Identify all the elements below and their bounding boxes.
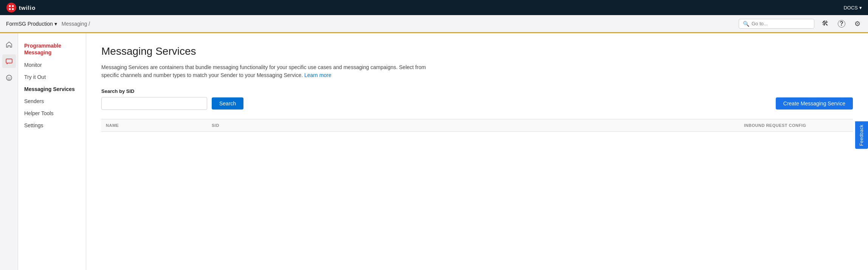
messaging-icon [5, 57, 13, 65]
page-description: Messaging Services are containers that b… [101, 63, 442, 79]
table-header: NAME SID INBOUND REQUEST CONFIG [101, 119, 853, 132]
sidebar-item-settings[interactable]: Settings [18, 119, 86, 131]
svg-point-4 [12, 8, 14, 10]
sidebar-icon-home[interactable] [2, 38, 16, 51]
top-nav: twilio DOCS ▾ [0, 0, 868, 15]
account-name: FormSG Production [6, 21, 53, 27]
table-header-sid: SID [207, 123, 739, 128]
settings-icon: ⚙ [854, 20, 860, 28]
global-search[interactable]: 🔍 [739, 19, 814, 29]
svg-point-6 [6, 75, 12, 80]
svg-point-1 [9, 5, 11, 7]
sidebar-section-title: Programmable Messaging [18, 39, 86, 59]
table-header-name: NAME [101, 123, 207, 128]
search-by-sid-label: Search by SID [101, 88, 853, 94]
svg-rect-5 [6, 59, 12, 63]
svg-point-3 [9, 8, 11, 10]
twilio-logo-svg [6, 2, 17, 13]
create-messaging-service-button[interactable]: Create Messaging Service [776, 97, 853, 110]
svg-point-7 [8, 77, 8, 78]
home-icon [5, 41, 13, 48]
icon-sidebar [0, 33, 18, 270]
description-text: Messaging Services are containers that b… [101, 64, 426, 78]
settings-button[interactable]: ⚙ [853, 18, 862, 29]
main-layout: Programmable Messaging Monitor Try it Ou… [0, 33, 868, 270]
search-row: Search [101, 97, 243, 110]
svg-point-0 [6, 3, 16, 12]
breadcrumb: Messaging / [62, 21, 90, 27]
svg-point-2 [12, 5, 14, 7]
sidebar-item-helper-tools[interactable]: Helper Tools [18, 107, 86, 119]
help-button[interactable]: ? [836, 19, 847, 29]
page-title: Messaging Services [101, 45, 853, 57]
help-icon: ? [838, 20, 845, 28]
search-button[interactable]: Search [212, 97, 243, 110]
sub-nav-actions: 🔍 🛠 ? ⚙ [739, 18, 862, 29]
docs-chevron-icon: ▾ [859, 5, 862, 11]
sidebar-icon-messaging[interactable] [2, 54, 16, 68]
smiley-icon [5, 74, 13, 82]
sidebar-item-senders[interactable]: Senders [18, 95, 86, 107]
search-section: Search by SID Search Create Messaging Se… [101, 88, 853, 110]
account-selector[interactable]: FormSG Production ▾ [6, 21, 57, 27]
sidebar-icon-contacts[interactable] [2, 71, 16, 85]
feedback-wrapper: Feedback [855, 121, 868, 149]
global-search-input[interactable] [752, 21, 804, 26]
sub-nav: FormSG Production ▾ Messaging / 🔍 🛠 ? ⚙ [0, 15, 868, 33]
main-content: Messaging Services Messaging Services ar… [86, 33, 868, 270]
table-header-inbound: INBOUND REQUEST CONFIG [739, 123, 853, 128]
twilio-wordmark: twilio [19, 5, 36, 11]
sidebar-item-monitor[interactable]: Monitor [18, 59, 86, 71]
feedback-tab[interactable]: Feedback [855, 121, 868, 149]
debug-button[interactable]: 🛠 [820, 18, 830, 29]
sidebar-item-try-it-out[interactable]: Try it Out [18, 71, 86, 83]
bug-icon: 🛠 [822, 20, 829, 28]
sidebar-item-messaging-services[interactable]: Messaging Services [18, 83, 86, 95]
twilio-logo: twilio [6, 2, 36, 13]
account-chevron-icon: ▾ [54, 21, 57, 27]
text-sidebar: Programmable Messaging Monitor Try it Ou… [18, 33, 86, 270]
sid-search-input[interactable] [101, 97, 207, 110]
docs-label: DOCS [843, 5, 858, 11]
search-icon: 🔍 [743, 21, 749, 27]
svg-point-8 [9, 77, 10, 78]
learn-more-link[interactable]: Learn more [304, 72, 332, 78]
docs-button[interactable]: DOCS ▾ [843, 5, 862, 11]
